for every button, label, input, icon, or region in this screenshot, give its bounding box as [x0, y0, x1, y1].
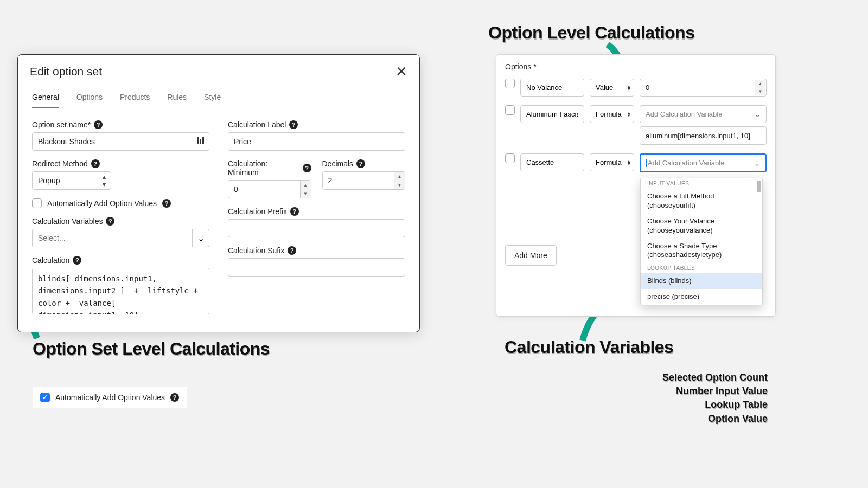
- decimals-input[interactable]: [322, 171, 406, 190]
- dropdown-item-selected[interactable]: Blinds (blinds): [641, 273, 762, 289]
- add-more-button[interactable]: Add More: [505, 245, 557, 266]
- option-row-2: Formula▴▾ Add Calculation Variable⌄: [505, 153, 767, 172]
- dropdown-item[interactable]: Choose a Lift Method (chooseyourlift): [641, 189, 762, 214]
- calc-prefix-label: Calculation Prefix?: [228, 207, 405, 216]
- dropdown-item[interactable]: precise (precise): [641, 289, 762, 305]
- bars-icon[interactable]: [196, 137, 204, 146]
- tab-general[interactable]: General: [32, 87, 59, 108]
- close-icon[interactable]: ✕: [395, 65, 407, 79]
- tab-rules[interactable]: Rules: [167, 87, 187, 108]
- number-stepper[interactable]: ▲▼: [755, 80, 765, 95]
- option-checkbox[interactable]: [505, 79, 515, 88]
- option-variable-select-open[interactable]: Add Calculation Variable⌄: [640, 153, 767, 172]
- help-icon[interactable]: ?: [170, 393, 179, 402]
- edit-option-set-modal: Edit option set ✕ General Options Produc…: [17, 54, 420, 332]
- dropdown-group-label: LOOKUP TABLES: [641, 263, 762, 273]
- calc-suffix-label: Calculation Sufix?: [228, 246, 405, 255]
- option-name-input[interactable]: [520, 79, 584, 97]
- calc-vars-select[interactable]: [32, 229, 192, 247]
- option-name-input[interactable]: [520, 153, 584, 171]
- option-value-input[interactable]: 0 ▲▼: [640, 79, 767, 97]
- decimals-label: Decimals?: [322, 159, 406, 168]
- options-title: Options *: [505, 62, 767, 71]
- tab-products[interactable]: Products: [120, 87, 150, 108]
- chevron-updown-icon: ▴▾: [628, 111, 630, 117]
- calc-min-label: Calculation: Minimum?: [228, 159, 311, 177]
- help-icon[interactable]: ?: [106, 217, 114, 226]
- auto-add-checkbox[interactable]: [32, 198, 42, 208]
- auto-add-label: Automatically Add Option Values: [47, 199, 157, 208]
- help-icon[interactable]: ?: [94, 120, 103, 129]
- calc-label-label: Calculation Label?: [228, 120, 405, 129]
- calc-suffix-input[interactable]: [228, 258, 405, 277]
- tab-style[interactable]: Style: [204, 87, 221, 108]
- calc-min-input[interactable]: [228, 180, 311, 198]
- option-type-select[interactable]: Value▴▾: [590, 79, 634, 97]
- option-type-select[interactable]: Formula▴▾: [590, 105, 634, 123]
- option-checkbox[interactable]: [505, 153, 515, 163]
- option-set-name-input[interactable]: [32, 132, 209, 151]
- chevron-down-icon[interactable]: ⌄: [192, 229, 209, 247]
- option-name-input[interactable]: [520, 105, 584, 123]
- help-icon[interactable]: ?: [162, 199, 171, 208]
- chevron-updown-icon: ▴▾: [628, 85, 630, 91]
- modal-tabs: General Options Products Rules Style: [18, 82, 419, 108]
- auto-add-label: Automatically Add Option Values: [55, 393, 165, 402]
- calculation-label: Calculation?: [32, 256, 209, 265]
- number-stepper[interactable]: ▲▼: [300, 181, 311, 198]
- number-stepper[interactable]: ▲▼: [394, 172, 405, 189]
- svg-rect-5: [202, 137, 204, 144]
- auto-add-checkbox-checked[interactable]: [40, 393, 50, 402]
- annotation-option-set-level: Option Set Level Calculations: [33, 339, 270, 359]
- option-set-name-label: Option set name*?: [32, 120, 209, 129]
- redirect-method-select[interactable]: [32, 171, 111, 190]
- option-variable-select[interactable]: Add Calculation Variable⌄: [640, 105, 767, 123]
- chevron-down-icon: ⌄: [755, 110, 761, 118]
- option-type-select[interactable]: Formula▴▾: [590, 153, 634, 171]
- option-formula-text[interactable]: alluminum[dimensions.input1, 10]: [640, 126, 767, 145]
- option-row-1: Formula▴▾ Add Calculation Variable⌄ allu…: [505, 105, 767, 145]
- chevron-down-icon: ⌄: [754, 159, 760, 167]
- svg-rect-3: [197, 137, 199, 144]
- option-row-0: Value▴▾ 0 ▲▼: [505, 79, 767, 97]
- dropdown-group-label: INPUT VALUES: [641, 178, 762, 189]
- annotation-calc-vars-subs: Selected Option Count Number Input Value…: [662, 371, 768, 426]
- calc-vars-label: Calculation Variables?: [32, 217, 209, 226]
- standalone-auto-add-row: Automatically Add Option Values ?: [33, 387, 187, 408]
- help-icon[interactable]: ?: [356, 159, 365, 168]
- help-icon[interactable]: ?: [73, 256, 81, 265]
- svg-rect-4: [200, 139, 201, 144]
- option-checkbox[interactable]: [505, 105, 515, 115]
- scrollbar[interactable]: [757, 181, 761, 192]
- annotation-option-level: Option Level Calculations: [488, 23, 694, 43]
- calc-label-input[interactable]: [228, 132, 405, 151]
- dropdown-item[interactable]: Choose a Shade Type (choseashadestyletyp…: [641, 239, 762, 264]
- help-icon[interactable]: ?: [289, 120, 298, 129]
- chevron-updown-icon: ▴▾: [628, 159, 630, 165]
- calculation-textarea[interactable]: blinds[ dimensions.input1, dimensions.in…: [32, 268, 209, 314]
- modal-title: Edit option set: [30, 65, 102, 78]
- tab-options[interactable]: Options: [76, 87, 103, 108]
- variable-dropdown-panel: INPUT VALUES Choose a Lift Method (choos…: [640, 178, 763, 305]
- help-icon[interactable]: ?: [303, 164, 311, 172]
- help-icon[interactable]: ?: [91, 159, 100, 168]
- redirect-method-label: Redirect Method?: [32, 159, 209, 168]
- dropdown-item[interactable]: Choose Your Valance (chooseyourvalance): [641, 214, 762, 239]
- calc-prefix-input[interactable]: [228, 219, 405, 237]
- help-icon[interactable]: ?: [288, 246, 296, 255]
- help-icon[interactable]: ?: [290, 207, 299, 216]
